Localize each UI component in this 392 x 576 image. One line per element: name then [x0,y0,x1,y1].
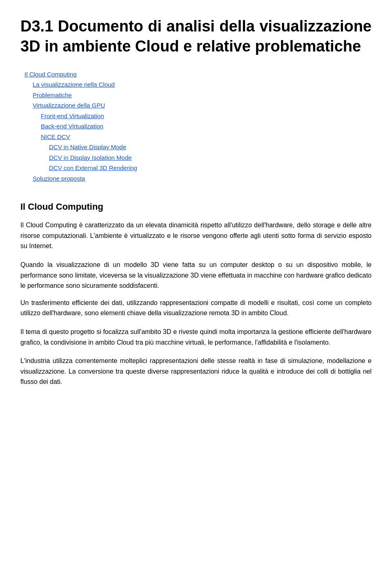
toc-item-backend-virt[interactable]: Back-end Virtualization [24,121,372,132]
paragraph-4: Il tema di questo progetto si focalizza … [20,327,372,347]
toc-item-cloud-computing[interactable]: Il Cloud Computing [24,69,372,80]
paragraph-3: Un trasferimento efficiente dei dati, ut… [20,298,372,318]
toc-item-nice-dcv[interactable]: NICE DCV [24,132,372,142]
toc-item-problematiche[interactable]: Problematiche [24,90,372,101]
page-title: D3.1 Documento di analisi della visualiz… [20,16,372,57]
toc-item-visualizzazione-cloud[interactable]: La visualizzazione nella Cloud [24,79,372,90]
toc-item-frontend-virt[interactable]: Front-end Virtualization [24,111,372,121]
paragraph-group-3: Il tema di questo progetto si focalizza … [20,327,372,347]
toc-item-dcv-external[interactable]: DCV con External 3D Rendering [24,163,372,173]
paragraph-1: Il Cloud Computing è caratterizzato da u… [20,220,372,251]
toc-item-dcv-native[interactable]: DCV in Native Display Mode [24,142,372,152]
paragraph-group-4: L'industria utilizza correntemente molte… [20,356,372,387]
toc-item-soluzione[interactable]: Soluzione proposta [24,173,372,184]
paragraph-group-2: Quando la visualizzazione di un modello … [20,260,372,318]
paragraph-5: L'industria utilizza correntemente molte… [20,356,372,387]
toc-item-virtualizzazione-gpu[interactable]: Virtualizzazione della GPU [24,100,372,111]
table-of-contents: Il Cloud Computing La visualizzazione ne… [20,69,372,184]
section-cloud-computing: Il Cloud Computing Il Cloud Computing è … [20,200,372,387]
section-heading-cloud-computing: Il Cloud Computing [20,200,372,213]
paragraph-group-1: Il Cloud Computing è caratterizzato da u… [20,220,372,251]
paragraph-2: Quando la visualizzazione di un modello … [20,260,372,291]
toc-item-dcv-isolation[interactable]: DCV in Display Isolation Mode [24,152,372,163]
